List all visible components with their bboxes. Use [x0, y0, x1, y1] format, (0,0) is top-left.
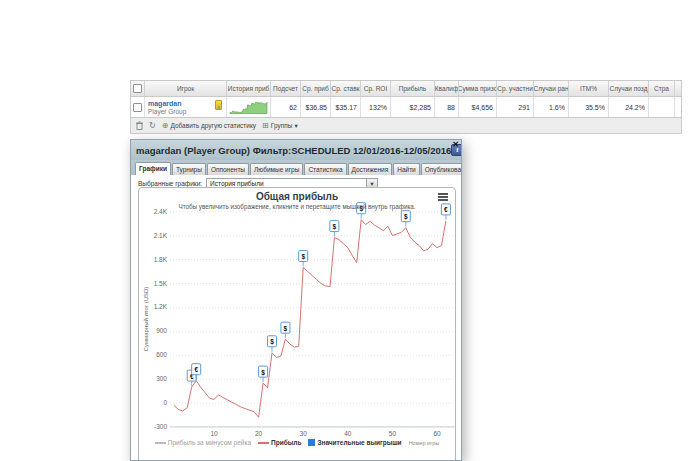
- tab-графики[interactable]: Графики: [135, 162, 171, 175]
- column-header[interactable]: Сумма призо: [459, 81, 497, 96]
- table-row[interactable]: magardanPlayer Group62$36.85$35.17132%$2…: [130, 97, 682, 118]
- svg-text:2.1K: 2.1K: [154, 232, 168, 239]
- column-header[interactable]: Ср. приб: [301, 81, 331, 96]
- medal-icon: [215, 100, 222, 110]
- chart-title: Общая прибыль: [139, 191, 455, 202]
- svg-text:-300: -300: [154, 423, 167, 430]
- stat-cell: $36.85: [301, 97, 331, 117]
- profit-chart[interactable]: 2.4K2.1K1.8K1.5K1.2K9006003000-300102030…: [138, 187, 456, 461]
- legend-item-profit[interactable]: Прибыль: [258, 439, 301, 446]
- tab-найти[interactable]: Найти: [393, 163, 420, 175]
- column-header[interactable]: Стра: [649, 81, 675, 96]
- legend-line-swatch: [155, 442, 166, 444]
- player-cell[interactable]: magardanPlayer Group: [145, 97, 227, 117]
- column-header[interactable]: [675, 81, 682, 96]
- svg-text:60: 60: [433, 430, 441, 437]
- svg-text:900: 900: [156, 327, 167, 334]
- svg-text:Суммарный итог (USD): Суммарный итог (USD): [143, 287, 149, 352]
- player-name-link[interactable]: magardan: [148, 99, 181, 108]
- svg-text:1.2K: 1.2K: [154, 303, 168, 310]
- svg-text:50: 50: [389, 430, 397, 437]
- groups-button[interactable]: ⊞ Группы ▾: [262, 122, 298, 130]
- legend-item-significant-wins[interactable]: Значительные выигрыши: [308, 439, 401, 446]
- stat-cell: 24.2%: [609, 97, 649, 117]
- svg-text:30: 30: [300, 430, 308, 437]
- svg-text:$: $: [270, 338, 274, 346]
- legend-line-swatch: [258, 442, 269, 444]
- chart-menu-icon[interactable]: [438, 193, 448, 202]
- column-header[interactable]: Ср. участни: [497, 81, 534, 96]
- chart-canvas[interactable]: 2.4K2.1K1.8K1.5K1.2K9006003000-300102030…: [139, 188, 457, 460]
- row-checkbox[interactable]: [133, 103, 142, 112]
- column-header[interactable]: История приб: [227, 81, 271, 96]
- column-header[interactable]: Прибыль: [391, 81, 435, 96]
- chart-subtitle: Чтобы увеличить изображение, кликните и …: [139, 203, 455, 210]
- stats-table: ИгрокИстория прибПодсчетСр. прибСр. став…: [130, 80, 682, 134]
- stat-cell: 132%: [361, 97, 391, 117]
- profit-history-sparkline[interactable]: [227, 97, 271, 117]
- svg-text:40: 40: [344, 430, 352, 437]
- column-header[interactable]: Ср. ставк: [331, 81, 361, 96]
- tab-достижения[interactable]: Достижения: [348, 163, 393, 175]
- svg-text:€: €: [194, 366, 198, 373]
- svg-text:10: 10: [210, 430, 218, 437]
- add-icon: ⊕: [162, 122, 169, 130]
- add-statistic-button[interactable]: ⊕ Добавить другую статистику: [162, 122, 256, 130]
- column-header[interactable]: ITM%: [569, 81, 609, 96]
- svg-text:600: 600: [156, 351, 167, 358]
- graph-selector-label: Выбранные графики:: [138, 180, 202, 187]
- stat-cell: $4,656: [459, 97, 497, 117]
- tab-статистика[interactable]: Статистика: [304, 163, 346, 175]
- legend-square-swatch: [308, 439, 315, 446]
- tab-опубликовать[interactable]: Опубликовать: [421, 163, 462, 175]
- svg-text:300: 300: [156, 375, 167, 382]
- column-header[interactable]: Случаи ран: [534, 81, 569, 96]
- legend-item-rake[interactable]: Прибыль за минусом рейка: [155, 439, 251, 446]
- stat-cell: 35.5%: [569, 97, 609, 117]
- add-statistic-label: Добавить другую статистику: [170, 122, 256, 129]
- trash-icon[interactable]: [136, 121, 143, 130]
- svg-text:0: 0: [163, 399, 167, 406]
- stat-cell: $35.17: [331, 97, 361, 117]
- stat-cell: $2,285: [391, 97, 435, 117]
- player-popup-window: magardan (Player Group) Фильтр:SCHEDULED…: [130, 139, 462, 461]
- stat-cell: 62: [271, 97, 301, 117]
- tab-любимые игры[interactable]: Любимые игры: [250, 163, 303, 175]
- svg-text:$: $: [333, 223, 337, 231]
- x-axis-title: Номер игры: [409, 440, 440, 446]
- tab-оппоненты[interactable]: Оппоненты: [207, 163, 249, 175]
- svg-text:$: $: [404, 213, 408, 221]
- popup-title: magardan (Player Group) Фильтр:SCHEDULED…: [136, 145, 451, 156]
- svg-text:$: $: [284, 325, 288, 333]
- stat-cell: 291: [497, 97, 534, 117]
- refresh-icon[interactable]: ↻: [149, 122, 156, 130]
- column-header[interactable]: Случаи позд: [609, 81, 649, 96]
- table-header-row: ИгрокИстория прибПодсчетСр. прибСр. став…: [130, 80, 682, 97]
- svg-text:1.8K: 1.8K: [154, 256, 168, 263]
- close-icon[interactable]: ✕: [452, 141, 459, 149]
- remove-row-link[interactable]: x: [675, 97, 682, 117]
- legend-label: Значительные выигрыши: [317, 439, 401, 446]
- column-header[interactable]: Игрок: [145, 81, 227, 96]
- column-header[interactable]: Квалиф: [435, 81, 459, 96]
- facebook-like-label: Like: [461, 147, 462, 154]
- popup-tabs: ГрафикиТурнирыОппонентыЛюбимые игрыСтати…: [131, 160, 461, 175]
- stat-cell: 88: [435, 97, 459, 117]
- svg-text:1.5K: 1.5K: [154, 280, 168, 287]
- svg-text:$: $: [301, 253, 305, 261]
- table-toolbar: ↻ ⊕ Добавить другую статистику ⊞ Группы …: [130, 118, 682, 134]
- chart-legend: Прибыль за минусом рейка Прибыль Значите…: [139, 439, 455, 446]
- caret-down-icon: ▾: [294, 122, 297, 130]
- stat-cell: 1.6%: [534, 97, 569, 117]
- column-header[interactable]: Подсчет: [271, 81, 301, 96]
- groups-label: Группы: [271, 122, 293, 129]
- grid-icon: ⊞: [262, 122, 269, 130]
- svg-text:$: $: [261, 369, 265, 377]
- legend-label: Прибыль: [271, 439, 301, 446]
- player-group-label: Player Group: [148, 108, 186, 116]
- stat-cell: [649, 97, 675, 117]
- tab-турниры[interactable]: Турниры: [172, 163, 206, 175]
- graph-select-value: История прибыли: [207, 180, 366, 187]
- select-all-checkbox[interactable]: [133, 84, 142, 93]
- column-header[interactable]: Ср. ROI: [361, 81, 391, 96]
